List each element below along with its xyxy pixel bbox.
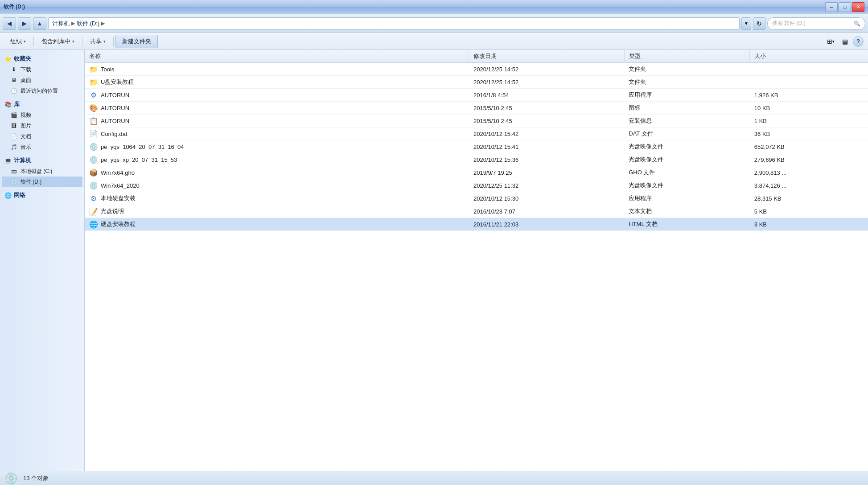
include-library-button[interactable]: 包含到库中 ▾ [36, 35, 80, 48]
file-name: Tools [101, 66, 114, 73]
titlebar: 软件 (D:) ─ □ ✕ [0, 0, 868, 14]
table-row[interactable]: 🌐 硬盘安装教程 2016/11/21 22:03 HTML 文档 3 KB [85, 218, 868, 231]
refresh-button[interactable]: ↻ [753, 17, 765, 30]
table-row[interactable]: 💿 Win7x64_2020 2020/12/25 11:32 光盘映像文件 3… [85, 179, 868, 192]
file-type: 应用程序 [624, 89, 750, 102]
sidebar-item-docs[interactable]: 📄 文档 [2, 131, 82, 142]
file-type: 光盘映像文件 [624, 179, 750, 192]
addressbar: ◀ ▶ ▲ 计算机 ▶ 软件 (D:) ▶ ▼ ↻ 搜索 软件 (D:) 🔍 [0, 14, 868, 33]
include-label: 包含到库中 [41, 37, 70, 45]
video-icon: 🎬 [10, 111, 18, 119]
table-row[interactable]: 📁 Tools 2020/12/25 14:52 文件夹 [85, 63, 868, 76]
file-name-cell: 📁 Tools [85, 63, 469, 76]
sidebar-item-music[interactable]: 🎵 音乐 [2, 142, 82, 152]
col-name[interactable]: 名称 [85, 50, 469, 63]
file-name-cell: ⚙ AUTORUN [85, 89, 469, 102]
organize-label: 组织 [10, 37, 22, 45]
sidebar-item-local-c[interactable]: 🖴 本地磁盘 (C:) [2, 166, 82, 177]
videos-label: 视频 [21, 111, 31, 119]
maximize-button[interactable]: □ [839, 2, 851, 12]
table-row[interactable]: 📦 Win7x64.gho 2019/9/7 19:25 GHO 文件 2,90… [85, 166, 868, 179]
file-icon: ⚙ [89, 90, 98, 99]
search-bar[interactable]: 搜索 软件 (D:) 🔍 [767, 17, 865, 30]
breadcrumb-drive[interactable]: 软件 (D:) [77, 20, 99, 28]
list-view-button[interactable]: ▤ [839, 36, 851, 47]
file-type: HTML 文档 [624, 218, 750, 231]
search-icon: 🔍 [854, 21, 860, 27]
main-area: ⭐ 收藏夹 ⬇ 下载 🖥 桌面 🕐 最近访问的位置 📚 库 � [0, 50, 868, 471]
table-row[interactable]: 📋 AUTORUN 2015/5/10 2:45 安装信息 1 KB [85, 115, 868, 127]
organize-button[interactable]: 组织 ▾ [4, 35, 32, 48]
file-name: AUTORUN [101, 105, 129, 111]
table-row[interactable]: ⚙ AUTORUN 2016/1/8 4:54 应用程序 1,926 KB [85, 89, 868, 102]
file-size: 1,926 KB [750, 89, 868, 102]
file-name: pe_yqs_1064_20_07_31_16_04 [101, 144, 184, 150]
sidebar: ⭐ 收藏夹 ⬇ 下载 🖥 桌面 🕐 最近访问的位置 📚 库 � [0, 50, 85, 471]
status-count: 13 个对象 [23, 474, 49, 482]
file-size: 3,874,126 ... [750, 179, 868, 192]
table-row[interactable]: 📝 光盘说明 2016/10/23 7:07 文本文档 5 KB [85, 205, 868, 218]
network-icon: 🌐 [4, 192, 12, 199]
file-name-cell: 💿 pe_yqs_1064_20_07_31_16_04 [85, 140, 469, 153]
file-modified: 2016/1/8 4:54 [469, 89, 624, 102]
view-toggle-button[interactable]: ⊞ ▾ [824, 36, 837, 47]
breadcrumb[interactable]: 计算机 ▶ 软件 (D:) ▶ [48, 17, 740, 30]
col-type[interactable]: 类型 [624, 50, 750, 63]
sidebar-item-software-d[interactable]: 💿 软件 (D:) [2, 177, 82, 187]
file-table: 名称 修改日期 类型 大小 📁 Tools 2020/12/25 14:52 文… [85, 50, 868, 231]
address-dropdown-button[interactable]: ▼ [741, 17, 751, 30]
file-name-cell: 📦 Win7x64.gho [85, 166, 469, 179]
file-size: 28,315 KB [750, 192, 868, 205]
sidebar-item-recent[interactable]: 🕐 最近访问的位置 [2, 86, 82, 96]
sidebar-favorites-header[interactable]: ⭐ 收藏夹 [2, 53, 82, 64]
network-label: 网络 [14, 191, 25, 199]
share-label: 共享 [90, 37, 102, 45]
sidebar-item-videos[interactable]: 🎬 视频 [2, 110, 82, 120]
sidebar-library-header[interactable]: 📚 库 [2, 99, 82, 110]
back-button[interactable]: ◀ [3, 17, 16, 30]
share-button[interactable]: 共享 ▾ [84, 35, 111, 48]
status-app-icon: 💿 [4, 472, 18, 485]
file-size [750, 63, 868, 76]
close-button[interactable]: ✕ [852, 2, 864, 12]
file-name: 本地硬盘安装 [101, 194, 136, 202]
statusbar: 💿 13 个对象 [0, 471, 868, 485]
file-type: GHO 文件 [624, 166, 750, 179]
sidebar-network-header[interactable]: 🌐 网络 [2, 190, 82, 201]
download-icon: ⬇ [10, 66, 18, 74]
computer-label: 计算机 [14, 156, 31, 164]
col-size[interactable]: 大小 [750, 50, 868, 63]
minimize-button[interactable]: ─ [825, 2, 838, 12]
toolbar-separator-1 [33, 37, 34, 46]
file-type: 文本文档 [624, 205, 750, 218]
docs-label: 文档 [21, 133, 31, 140]
file-name-cell: 📝 光盘说明 [85, 205, 469, 218]
file-modified: 2020/10/12 15:36 [469, 153, 624, 166]
file-name-cell: 💿 pe_yqs_xp_20_07_31_15_53 [85, 153, 469, 166]
table-row[interactable]: ⚙ 本地硬盘安装 2020/10/12 15:30 应用程序 28,315 KB [85, 192, 868, 205]
table-row[interactable]: 🎨 AUTORUN 2015/5/10 2:45 图标 10 KB [85, 102, 868, 115]
table-row[interactable]: 📁 U盘安装教程 2020/12/25 14:52 文件夹 [85, 76, 868, 89]
hdd-d-icon: 💿 [10, 178, 18, 186]
breadcrumb-computer[interactable]: 计算机 [52, 20, 70, 28]
sidebar-item-images[interactable]: 🖼 图片 [2, 120, 82, 131]
col-modified[interactable]: 修改日期 [469, 50, 624, 63]
sidebar-item-downloads[interactable]: ⬇ 下载 [2, 64, 82, 75]
sidebar-item-desktop[interactable]: 🖥 桌面 [2, 75, 82, 86]
table-row[interactable]: 💿 pe_yqs_1064_20_07_31_16_04 2020/10/12 … [85, 140, 868, 153]
file-modified: 2015/5/10 2:45 [469, 115, 624, 127]
sidebar-computer-header[interactable]: 💻 计算机 [2, 155, 82, 166]
file-icon: 📦 [89, 168, 98, 177]
organize-arrow: ▾ [24, 39, 26, 44]
file-name: Config.dat [101, 131, 127, 137]
up-button[interactable]: ▲ [33, 17, 46, 30]
table-row[interactable]: 📄 Config.dat 2020/10/12 15:42 DAT 文件 36 … [85, 127, 868, 140]
file-size: 2,900,813 ... [750, 166, 868, 179]
file-icon: 🌐 [89, 220, 98, 229]
forward-button[interactable]: ▶ [18, 17, 31, 30]
software-d-label: 软件 (D:) [21, 178, 41, 186]
file-name-cell: 📄 Config.dat [85, 127, 469, 140]
new-folder-button[interactable]: 新建文件夹 [115, 35, 158, 48]
help-button[interactable]: ? [853, 36, 864, 47]
table-row[interactable]: 💿 pe_yqs_xp_20_07_31_15_53 2020/10/12 15… [85, 153, 868, 166]
